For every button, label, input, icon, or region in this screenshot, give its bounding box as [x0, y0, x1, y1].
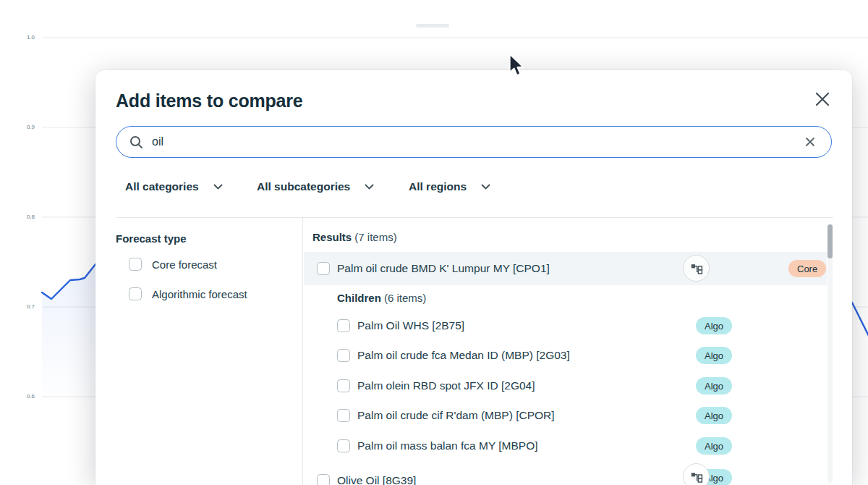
result-label: Palm Oil WHS [2B75] — [357, 319, 464, 332]
hierarchy-icon[interactable] — [683, 463, 710, 485]
close-icon[interactable] — [812, 88, 833, 110]
y-axis-label: 0.8 — [19, 214, 35, 220]
y-axis-label: 0.9 — [19, 124, 35, 130]
result-label: Palm oil crude BMD K' Lumpur MY [CPO1] — [337, 262, 550, 275]
children-count: (6 items) — [384, 292, 426, 304]
scrollbar-thumb[interactable] — [827, 224, 833, 258]
results-header: Results (7 items) — [312, 231, 397, 243]
hierarchy-icon[interactable] — [683, 255, 710, 282]
result-row-olive-oil[interactable]: Olive Oil [8G39] — [304, 466, 827, 485]
result-label: Palm oil crude fca Medan ID (MBP) [2G03] — [357, 349, 570, 362]
result-row-child[interactable]: Palm olein RBD spot JFX ID [2G04] Algo — [337, 376, 827, 396]
algo-badge: Algo — [696, 347, 732, 364]
result-label: Palm olein RBD spot JFX ID [2G04] — [357, 379, 535, 392]
result-label: Palm oil mass balan fca MY [MBPO] — [357, 439, 538, 452]
result-row-child[interactable]: Palm oil crude fca Medan ID (MBP) [2G03]… — [337, 345, 827, 366]
forecast-type-heading: Forecast type — [116, 232, 187, 245]
modal-title: Add items to compare — [116, 90, 303, 111]
checkbox[interactable] — [337, 349, 350, 362]
chevron-down-icon — [365, 184, 374, 190]
chevron-down-icon — [481, 184, 490, 190]
filter-all-categories[interactable]: All categories — [125, 177, 223, 196]
checkbox[interactable] — [337, 379, 350, 392]
divider — [302, 218, 303, 485]
background-decoration — [416, 24, 449, 28]
filter-label: All categories — [125, 180, 199, 193]
checkbox[interactable] — [337, 319, 350, 332]
filter-label: All regions — [409, 180, 467, 193]
checkbox[interactable] — [317, 262, 330, 275]
algo-badge: Algo — [696, 377, 732, 395]
checkbox[interactable] — [317, 474, 330, 485]
checkbox[interactable] — [129, 258, 142, 271]
result-row-parent[interactable]: Palm oil crude BMD K' Lumpur MY [CPO1] — [304, 252, 827, 285]
y-axis-label: 1.0 — [19, 34, 35, 41]
chevron-down-icon — [213, 184, 223, 190]
results-heading: Results — [312, 231, 352, 243]
checkbox[interactable] — [129, 287, 142, 300]
checkbox-label: Core forecast — [152, 258, 217, 271]
checkbox[interactable] — [337, 439, 350, 452]
y-axis-label: 0.6 — [19, 393, 35, 400]
add-items-modal: Add items to compare All categories — [95, 70, 852, 485]
search-input[interactable] — [152, 135, 802, 148]
children-title: Children — [337, 292, 381, 304]
children-heading: Children (6 items) — [337, 292, 426, 304]
y-axis-label: 0.7 — [19, 303, 35, 310]
filter-all-subcategories[interactable]: All subcategories — [257, 177, 374, 196]
core-badge: Core — [788, 260, 826, 277]
scrollbar-track[interactable] — [827, 224, 833, 483]
algo-badge: Algo — [696, 317, 732, 334]
checkbox-algorithmic-forecast[interactable]: Algorithmic forecast — [129, 287, 247, 300]
result-label: Olive Oil [8G39] — [337, 474, 416, 485]
clear-search-icon[interactable] — [802, 134, 818, 150]
results-count: (7 items) — [354, 231, 396, 243]
screen: 1.0 0.9 0.8 0.7 0.6 Add items to compare — [0, 0, 868, 485]
checkbox-core-forecast[interactable]: Core forecast — [129, 258, 217, 271]
search-icon — [129, 135, 143, 149]
result-row-child[interactable]: Palm Oil WHS [2B75] Algo — [337, 316, 827, 336]
search-box — [116, 126, 832, 158]
result-row-child[interactable]: Palm oil crude cif R'dam (MBP) [CPOR] Al… — [337, 405, 827, 426]
algo-badge: Algo — [696, 407, 732, 424]
checkbox[interactable] — [337, 409, 350, 422]
result-label: Palm oil crude cif R'dam (MBP) [CPOR] — [357, 409, 555, 422]
checkbox-label: Algorithmic forecast — [152, 288, 247, 300]
algo-badge: Algo — [696, 437, 732, 455]
divider — [116, 217, 833, 218]
result-row-child[interactable]: Palm oil mass balan fca MY [MBPO] Algo — [337, 436, 827, 456]
filter-all-regions[interactable]: All regions — [409, 177, 490, 196]
filter-label: All subcategories — [257, 180, 350, 193]
